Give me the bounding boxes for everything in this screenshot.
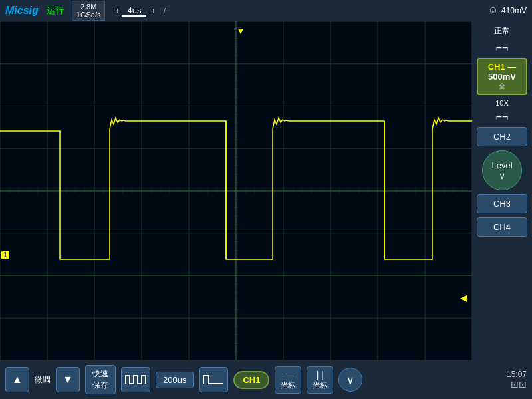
up-arrow-button[interactable]: ▲ <box>5 367 29 392</box>
quick-save-line1: 快速 <box>92 368 108 380</box>
ch4-button[interactable]: CH4 <box>477 217 527 237</box>
channel-selector[interactable]: CH1 <box>233 371 269 389</box>
trigger-mode-label: 正常 <box>494 25 510 37</box>
ch3-button[interactable]: CH3 <box>477 194 527 213</box>
quick-save-button[interactable]: 快速 保存 <box>85 365 116 394</box>
ch1-label: CH1 <box>488 62 505 72</box>
ch1-coupling: — <box>507 62 516 72</box>
timebase-value[interactable]: 4us <box>122 5 146 17</box>
timebase-left-marker: ⊓ <box>113 7 119 15</box>
cursor1-label: 光标 <box>281 380 295 390</box>
screen-icon: ⊡⊡ <box>507 379 527 390</box>
ch1-sub-label: 全 <box>481 82 523 91</box>
sample-rate: 1GSa/s <box>76 11 101 19</box>
fine-adjust-label: 微调 <box>35 374 51 386</box>
waveform-display <box>0 21 472 360</box>
multi-pulse-icon <box>124 372 147 388</box>
right-sidebar: 正常 ⌐¬ CH1 — 500mV 全 10X ⌐¬ CH2 Level ∨ C… <box>472 21 532 360</box>
level-label: Level <box>491 160 512 170</box>
time-value: 15:07 <box>507 370 527 379</box>
clock-display: 15:07 ⊡⊡ <box>507 370 527 390</box>
trigger-position-arrow: ▼ <box>236 25 245 36</box>
bottom-toolbar: ▲ 微调 ▼ 快速 保存 200us CH1 — 光标 | | 光标 ∨ 15:… <box>0 360 532 399</box>
single-pulse-icon <box>202 372 225 388</box>
down-arrow-button[interactable]: ▼ <box>56 367 80 392</box>
oscilloscope-display: ▼ 1 ◄ <box>0 21 472 360</box>
single-pulse-button[interactable] <box>199 367 228 392</box>
quick-save-line2: 保存 <box>92 380 108 391</box>
ch2-button[interactable]: CH2 <box>477 127 527 146</box>
cursor2-label: 光标 <box>313 380 327 390</box>
sample-memory: 2.8M <box>76 3 101 11</box>
header-bar: Micsig 运行 2.8M 1GSa/s ⊓ 4us ⊓ / ① -410mV <box>0 0 532 21</box>
ch1-waveform-icon-down[interactable]: ⌐¬ <box>496 111 509 123</box>
cursor1-button[interactable]: — 光标 <box>275 366 301 394</box>
cursor1-icon: — <box>281 370 295 380</box>
timebase-display: ⊓ 4us ⊓ <box>113 5 155 17</box>
ch1-volts-div: 500mV <box>481 72 523 82</box>
run-status: 运行 <box>47 5 64 17</box>
level-knob[interactable]: Level ∨ <box>482 150 522 190</box>
cursor2-icon: | | <box>313 370 327 380</box>
trigger-divider: / <box>163 6 166 16</box>
sample-rate-display: 2.8M 1GSa/s <box>72 1 106 21</box>
level-down-arrow: ∨ <box>499 170 505 181</box>
more-options-button[interactable]: ∨ <box>338 368 362 392</box>
cursor2-button[interactable]: | | 光标 <box>307 366 333 394</box>
probe-ratio: 10X <box>495 99 509 107</box>
trigger-info: ① -410mV <box>489 6 527 15</box>
ch1-settings-box[interactable]: CH1 — 500mV 全 <box>477 58 527 95</box>
waveform-type-button[interactable] <box>121 367 150 392</box>
trigger-level-arrow: ◄ <box>458 291 469 305</box>
ch1-position-marker: 1 <box>1 251 9 259</box>
ch1-waveform-icon-up[interactable]: ⌐¬ <box>496 42 509 54</box>
timebase-value-display[interactable]: 200us <box>156 372 194 388</box>
logo: Micsig <box>5 5 39 17</box>
timebase-right-marker: ⊓ <box>149 7 155 15</box>
